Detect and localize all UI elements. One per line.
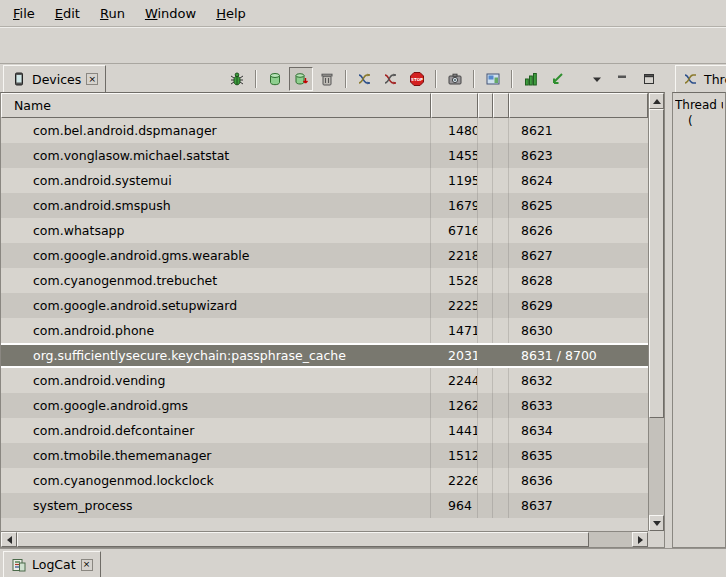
cell-empty: [478, 418, 493, 443]
cell-empty: [478, 193, 493, 218]
cell-empty: [493, 318, 509, 343]
vertical-scroll-track[interactable]: [649, 109, 664, 515]
debug-icon: [229, 71, 245, 87]
process-pid: 22185: [431, 243, 478, 268]
table-row[interactable]: com.android.defcontainer 14411 8634: [1, 418, 648, 443]
table-row[interactable]: com.android.phone 1471 8630: [1, 318, 648, 343]
menu-run[interactable]: Run: [90, 2, 135, 25]
view-hierarchy-icon: [485, 71, 501, 87]
column-header[interactable]: [493, 93, 509, 118]
cause-gc-button[interactable]: [315, 67, 339, 91]
menu-file[interactable]: File: [3, 2, 45, 25]
tab-logcat[interactable]: LogCat ×: [3, 551, 101, 577]
cell-empty: [478, 293, 493, 318]
table-row[interactable]: com.google.android.setupwizard 22250 862…: [1, 293, 648, 318]
scroll-down-button[interactable]: [649, 515, 664, 531]
devices-view: Devices × STOP Name com.bel.android.dspm…: [0, 64, 665, 548]
process-pid: 1480: [431, 118, 478, 143]
process-port: 8637: [509, 493, 648, 518]
process-name: com.cyanogenmod.trebuchet: [1, 268, 431, 293]
minimize-icon: [615, 71, 631, 87]
cell-empty: [493, 143, 509, 168]
update-heap-button[interactable]: [263, 67, 287, 91]
update-heap-icon: [267, 71, 283, 87]
screen-capture-icon: [447, 71, 463, 87]
close-icon[interactable]: ×: [86, 73, 98, 85]
process-pid: 1679: [431, 193, 478, 218]
table-row[interactable]: com.tmobile.thememanager 1512 8635: [1, 443, 648, 468]
process-pid: 1512: [431, 443, 478, 468]
horizontal-scroll-track[interactable]: [17, 532, 632, 547]
process-port: 8629: [509, 293, 648, 318]
cell-empty: [478, 218, 493, 243]
column-header[interactable]: [478, 93, 493, 118]
table-row[interactable]: com.google.android.gms 12623 8633: [1, 393, 648, 418]
cell-empty: [493, 193, 509, 218]
close-icon[interactable]: ×: [81, 559, 93, 571]
horizontal-scrollbar[interactable]: [1, 531, 648, 547]
column-header[interactable]: [509, 93, 648, 118]
triangle-up-icon: [653, 99, 661, 104]
devices-toolbar: STOP: [225, 66, 661, 91]
diagonal-arrow-button[interactable]: [545, 67, 569, 91]
process-name: com.android.smspush: [1, 193, 431, 218]
table-row[interactable]: com.cyanogenmod.lockclock 22265 8636: [1, 468, 648, 493]
chart-bars-button[interactable]: [519, 67, 543, 91]
table-row[interactable]: com.cyanogenmod.trebuchet 1528 8628: [1, 268, 648, 293]
process-name: org.sufficientlysecure.keychain:passphra…: [1, 345, 431, 366]
update-threads-button[interactable]: [353, 67, 377, 91]
table-row[interactable]: com.android.vending 22440 8632: [1, 368, 648, 393]
scrollbar-corner: [648, 531, 664, 547]
menu-edit[interactable]: Edit: [45, 2, 90, 25]
menu-window[interactable]: Window: [135, 2, 206, 25]
cell-empty: [493, 468, 509, 493]
table-row[interactable]: com.google.android.gms.wearable 22185 86…: [1, 243, 648, 268]
dump-hprof-button[interactable]: [289, 67, 313, 91]
table-row[interactable]: com.android.smspush 1679 8625: [1, 193, 648, 218]
logcat-icon: [11, 557, 27, 573]
process-port: 8633: [509, 393, 648, 418]
scroll-right-button[interactable]: [632, 532, 648, 547]
debug-button[interactable]: [225, 67, 249, 91]
cell-empty: [493, 293, 509, 318]
screen-capture-button[interactable]: [443, 67, 467, 91]
maximize-button[interactable]: [637, 67, 661, 91]
process-pid: 20311: [431, 345, 478, 366]
scroll-up-button[interactable]: [649, 93, 664, 109]
column-header-name[interactable]: Name: [1, 93, 431, 118]
process-name: com.tmobile.thememanager: [1, 443, 431, 468]
view-hierarchy-button[interactable]: [481, 67, 505, 91]
process-name: com.android.vending: [1, 368, 431, 393]
process-name: com.whatsapp: [1, 218, 431, 243]
process-port: 8632: [509, 368, 648, 393]
tab-threads[interactable]: Threads: [675, 65, 726, 92]
horizontal-scroll-thumb[interactable]: [17, 532, 589, 547]
stop-process-button[interactable]: STOP: [405, 67, 429, 91]
chart-bars-icon: [523, 71, 539, 87]
process-pid: 14553: [431, 143, 478, 168]
column-header[interactable]: [431, 93, 478, 118]
scroll-left-button[interactable]: [1, 532, 17, 547]
table-row[interactable]: com.bel.android.dspmanager 1480 8621: [1, 118, 648, 143]
table-row[interactable]: org.sufficientlysecure.keychain:passphra…: [1, 343, 648, 368]
minimize-button[interactable]: [611, 67, 635, 91]
cell-empty: [493, 118, 509, 143]
cause-gc-icon: [319, 71, 335, 87]
table-row[interactable]: system_process 964 8637: [1, 493, 648, 518]
process-pid: 12623: [431, 393, 478, 418]
tab-threads-label: Threads: [704, 72, 726, 87]
vertical-scroll-thumb[interactable]: [649, 109, 664, 418]
cell-empty: [478, 345, 493, 366]
view-menu-button[interactable]: [585, 67, 609, 91]
tab-devices[interactable]: Devices ×: [3, 65, 106, 92]
triangle-left-icon: [7, 536, 12, 544]
cell-empty: [478, 168, 493, 193]
menu-help[interactable]: Help: [206, 2, 256, 25]
vertical-scrollbar[interactable]: [648, 93, 664, 531]
table-row[interactable]: com.whatsapp 6716 8626: [1, 218, 648, 243]
table-row[interactable]: com.vonglasow.michael.satstat 14553 8623: [1, 143, 648, 168]
table-row[interactable]: com.android.systemui 1195 8624: [1, 168, 648, 193]
process-pid: 6716: [431, 218, 478, 243]
process-port: 8624: [509, 168, 648, 193]
method-profiling-button[interactable]: [379, 67, 403, 91]
